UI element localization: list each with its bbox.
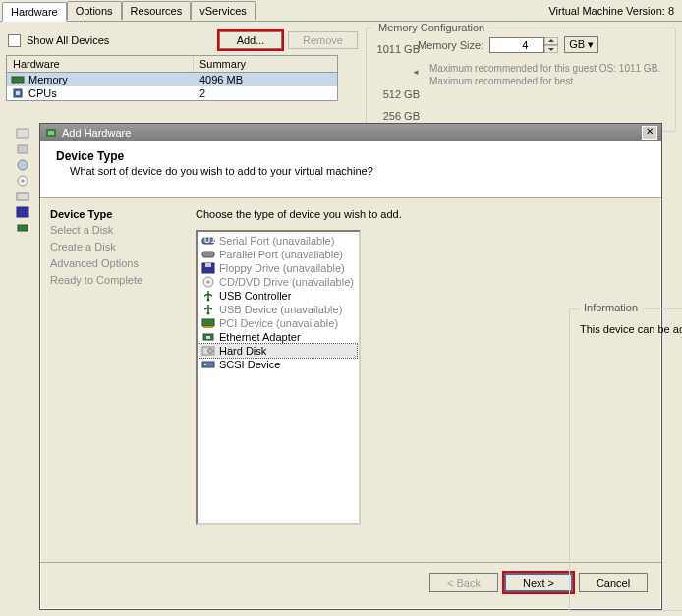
device-item-disk[interactable]: Hard Disk: [199, 344, 357, 358]
add-button[interactable]: Add...: [219, 31, 282, 49]
svg-rect-14: [17, 207, 28, 217]
usb-icon: [201, 304, 215, 315]
information-label: Information: [580, 302, 642, 313]
memory-size-input[interactable]: 4: [489, 37, 544, 53]
device-item-scsi[interactable]: SCSI Device: [199, 358, 357, 371]
dialog-title-text: Add Hardware: [62, 127, 131, 139]
close-icon[interactable]: ✕: [642, 126, 657, 140]
dialog-header: Device Type What sort of device do you w…: [40, 141, 661, 198]
tabs-row: Hardware Options Resources vServices Vir…: [0, 0, 682, 22]
wizard-step: Ready to Complete: [50, 272, 176, 289]
tab-resources[interactable]: Resources: [122, 1, 192, 20]
tab-options[interactable]: Options: [67, 1, 122, 20]
hw-col-summary[interactable]: Summary: [194, 56, 252, 72]
svg-rect-15: [18, 225, 28, 231]
parallel-icon: [201, 249, 215, 260]
device-item-label: Serial Port (unavailable): [219, 235, 334, 247]
svg-rect-2: [17, 83, 19, 84]
svg-rect-3: [21, 83, 23, 84]
device-item-serial[interactable]: 010Serial Port (unavailable): [199, 234, 357, 248]
svg-rect-20: [202, 252, 214, 257]
disk-side-icon: [16, 191, 29, 202]
dialog-titlebar[interactable]: Add Hardware ✕: [40, 124, 661, 141]
hardware-table: Hardware Summary Memory 4096 MB CPUs 2: [6, 55, 338, 101]
device-item-parallel[interactable]: Parallel Port (unavailable): [199, 248, 357, 261]
hw-row-label: Memory: [28, 74, 68, 85]
tab-hardware[interactable]: Hardware: [2, 2, 67, 22]
next-button[interactable]: Next >: [504, 573, 573, 592]
memory-spinner[interactable]: [544, 37, 558, 53]
hw-row-value: 2: [194, 87, 337, 99]
wizard-steps: Device Type Select a Disk Create a Disk …: [40, 198, 186, 562]
disk-icon: [201, 345, 215, 357]
svg-point-24: [207, 281, 210, 284]
device-item-label: SCSI Device: [219, 359, 280, 370]
memory-configuration-group: Memory Configuration 1011 GB ◄ 512 GB 25…: [366, 28, 676, 132]
svg-rect-13: [17, 193, 28, 200]
vm-version-label: Virtual Machine Version: 8: [548, 5, 674, 17]
svg-rect-30: [206, 336, 210, 339]
information-text: This device can be added to this Virtual…: [580, 323, 682, 335]
dialog-icon: [44, 126, 58, 140]
nic-side-icon: [16, 222, 29, 234]
wizard-step: Create a Disk: [50, 239, 176, 255]
svg-rect-1: [13, 83, 15, 84]
svg-point-26: [207, 312, 210, 315]
show-all-label: Show All Devices: [27, 34, 109, 46]
svg-point-25: [207, 299, 210, 302]
hw-row-label: CPUs: [28, 87, 57, 99]
svg-text:010: 010: [204, 235, 215, 245]
back-button: < Back: [429, 573, 498, 592]
svg-point-10: [18, 160, 28, 170]
device-item-usb[interactable]: USB Controller: [199, 289, 357, 303]
memory-unit-select[interactable]: GB ▾: [564, 36, 598, 53]
device-item-nic[interactable]: Ethernet Adapter: [199, 330, 357, 344]
device-list[interactable]: 010Serial Port (unavailable)Parallel Por…: [196, 230, 361, 525]
svg-rect-27: [202, 319, 214, 326]
svg-point-12: [22, 180, 25, 183]
scsi-ctrl-icon: [16, 159, 29, 171]
pci-icon: [201, 317, 215, 329]
device-item-cd[interactable]: CD/DVD Drive (unavailable): [199, 275, 357, 289]
device-item-label: Floppy Drive (unavailable): [219, 262, 345, 274]
hw-row-value: 4096 MB: [194, 74, 337, 85]
svg-rect-28: [203, 326, 213, 328]
memory-note-max-guest: Maximum recommended for this guest OS: 1…: [418, 63, 667, 74]
device-item-label: USB Device (unavailable): [219, 304, 342, 315]
cd-icon: [201, 276, 215, 288]
svg-rect-8: [17, 129, 28, 138]
device-item-label: CD/DVD Drive (unavailable): [219, 276, 354, 288]
memory-config-label: Memory Configuration: [374, 22, 488, 33]
wizard-step-current: Device Type: [50, 208, 176, 220]
svg-rect-0: [12, 77, 24, 83]
choose-device-label: Choose the type of device you wish to ad…: [196, 208, 652, 220]
svg-point-34: [204, 364, 206, 365]
svg-rect-9: [18, 145, 28, 153]
serial-icon: 010: [201, 235, 215, 247]
hw-col-hardware[interactable]: Hardware: [7, 56, 194, 72]
add-hardware-dialog: Add Hardware ✕ Device Type What sort of …: [39, 123, 662, 610]
cpu-icon: [11, 87, 25, 99]
device-item-floppy[interactable]: Floppy Drive (unavailable): [199, 261, 357, 275]
memory-note-max-best: Maximum recommended for best: [418, 76, 667, 86]
remove-button: Remove: [288, 31, 358, 49]
wizard-step: Select a Disk: [50, 222, 176, 239]
show-all-checkbox[interactable]: [8, 34, 21, 47]
wizard-step: Advanced Options: [50, 255, 176, 272]
device-item-pci[interactable]: PCI Device (unavailable): [199, 316, 357, 330]
svg-rect-17: [48, 131, 54, 135]
device-item-usb[interactable]: USB Device (unavailable): [199, 303, 357, 316]
device-item-label: Hard Disk: [219, 345, 266, 357]
memory-size-label: Memory Size:: [418, 39, 483, 51]
device-side-icons: [16, 128, 29, 234]
floppy-icon: [201, 262, 215, 274]
hw-row-cpus[interactable]: CPUs 2: [7, 86, 337, 100]
scsi-icon: [201, 359, 215, 370]
hw-row-memory[interactable]: Memory 4096 MB: [7, 73, 337, 86]
device-item-label: Parallel Port (unavailable): [219, 249, 343, 260]
tab-vservices[interactable]: vServices: [191, 1, 256, 20]
svg-rect-22: [205, 263, 211, 267]
usb-icon: [201, 290, 215, 302]
dialog-header-subtitle: What sort of device do you wish to add t…: [70, 165, 646, 177]
nic-icon: [201, 331, 215, 343]
